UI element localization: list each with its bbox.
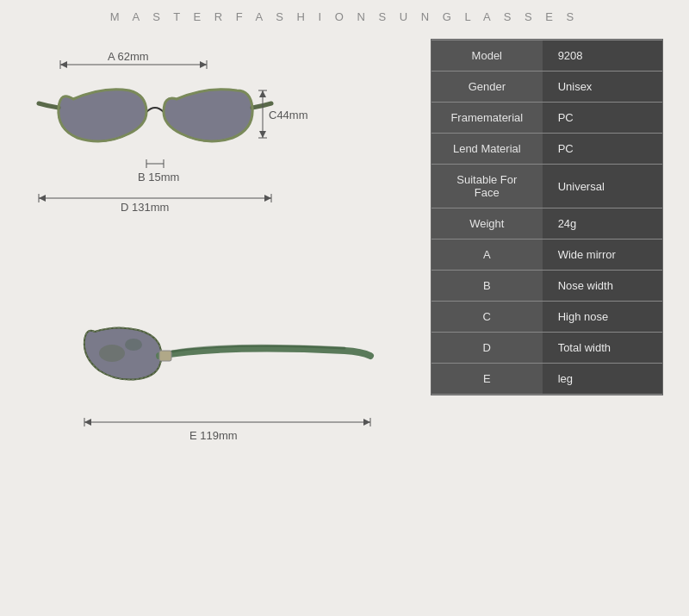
front-diagram: A 62mm <box>34 39 396 254</box>
spec-value: Universal <box>543 165 662 208</box>
spec-value: High nose <box>543 302 662 333</box>
spec-row: Suitable For FaceUniversal <box>431 165 662 208</box>
spec-label: Model <box>431 40 543 72</box>
spec-label: Weight <box>431 208 543 240</box>
svg-text:C44mm: C44mm <box>269 109 308 121</box>
spec-value: PC <box>543 134 662 165</box>
spec-label: D <box>431 333 543 364</box>
svg-marker-20 <box>264 195 271 202</box>
spec-label: A <box>431 240 543 271</box>
spec-row: DTotal width <box>431 333 662 364</box>
svg-marker-29 <box>363 419 370 426</box>
side-glasses-svg: E 119mm <box>52 280 413 452</box>
svg-text:E 119mm: E 119mm <box>189 429 238 442</box>
left-panel: A 62mm <box>17 30 413 612</box>
front-glasses-svg: A 62mm <box>34 39 396 254</box>
svg-text:B 15mm: B 15mm <box>138 171 179 184</box>
header-title: M A S T E R F A S H I O N S U N G L A S … <box>0 0 689 30</box>
spec-table-wrapper: Model9208GenderUnisexFramematerialPCLend… <box>431 39 663 395</box>
svg-marker-9 <box>259 90 266 97</box>
svg-marker-19 <box>39 195 46 202</box>
spec-row: BNose width <box>431 271 662 302</box>
spec-value: Wide mirror <box>543 240 662 271</box>
side-diagram: E 119mm <box>52 280 379 452</box>
svg-text:A 62mm: A 62mm <box>108 50 149 63</box>
spec-label: Lend Material <box>431 134 543 165</box>
svg-point-22 <box>99 345 125 362</box>
spec-row: FramematerialPC <box>431 103 662 134</box>
spec-value: leg <box>543 364 662 395</box>
spec-label: C <box>431 302 543 333</box>
right-panel: Model9208GenderUnisexFramematerialPCLend… <box>431 30 672 612</box>
spec-row: Model9208 <box>431 40 662 72</box>
spec-row: AWide mirror <box>431 240 662 271</box>
main-content: A 62mm <box>0 30 689 612</box>
spec-label: Framematerial <box>431 103 543 134</box>
spec-value: Total width <box>543 333 662 364</box>
svg-point-23 <box>125 339 142 351</box>
spec-row: CHigh nose <box>431 302 662 333</box>
spec-value: Nose width <box>543 271 662 302</box>
spec-value: Unisex <box>543 72 662 103</box>
spec-label: Suitable For Face <box>431 165 543 208</box>
svg-marker-4 <box>200 61 207 68</box>
spec-table: Model9208GenderUnisexFramematerialPCLend… <box>431 40 662 395</box>
page-wrapper: M A S T E R F A S H I O N S U N G L A S … <box>0 0 689 616</box>
spec-value: PC <box>543 103 662 134</box>
spec-label: Gender <box>431 72 543 103</box>
svg-marker-3 <box>60 61 67 68</box>
svg-marker-10 <box>259 131 266 138</box>
spec-row: Weight24g <box>431 208 662 240</box>
spec-value: 9208 <box>543 40 662 72</box>
spec-row: Lend MaterialPC <box>431 134 662 165</box>
spec-label: B <box>431 271 543 302</box>
spec-value: 24g <box>543 208 662 240</box>
spec-row: Eleg <box>431 364 662 395</box>
spec-row: GenderUnisex <box>431 72 662 103</box>
svg-text:D 131mm: D 131mm <box>121 201 169 214</box>
svg-marker-28 <box>84 419 91 426</box>
svg-rect-24 <box>159 351 171 361</box>
spec-label: E <box>431 364 543 395</box>
